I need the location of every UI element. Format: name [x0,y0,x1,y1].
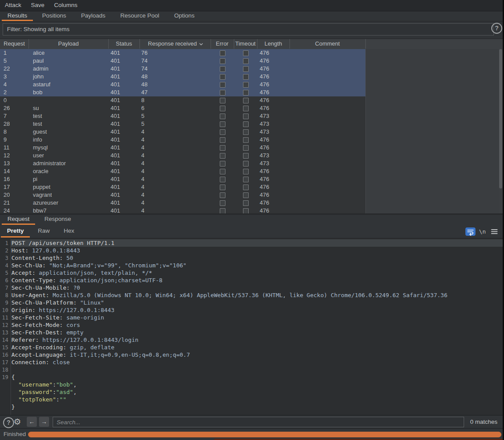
timeout-checkbox[interactable] [243,82,249,88]
table-row[interactable]: 17puppet4014476 [0,183,365,191]
table-row[interactable]: 28test4015473 [0,120,365,128]
table-row[interactable]: 5paul40174476 [0,57,365,65]
column-header-error[interactable]: Error [211,39,234,49]
error-checkbox[interactable] [220,129,225,135]
table-row[interactable]: 22admin40174476 [0,65,365,73]
column-header-comment[interactable]: Comment [290,39,366,49]
timeout-checkbox[interactable] [243,153,249,159]
timeout-checkbox[interactable] [243,74,249,80]
error-checkbox[interactable] [220,153,225,159]
error-checkbox[interactable] [220,200,225,206]
table-scrollbar[interactable] [499,49,503,213]
error-checkbox[interactable] [220,137,225,143]
tab-resource-pool[interactable]: Resource Pool [114,11,165,21]
table-row[interactable]: 20vagrant4014476 [0,191,365,199]
table-row[interactable]: 14oracle4014476 [0,167,365,175]
tab-payloads[interactable]: Payloads [75,11,111,21]
timeout-checkbox[interactable] [243,66,249,72]
column-header-timeout[interactable]: Timeout [234,39,257,49]
error-checkbox[interactable] [220,185,225,190]
timeout-checkbox[interactable] [243,129,249,135]
error-checkbox[interactable] [220,169,225,174]
error-checkbox[interactable] [220,145,225,151]
tab-response[interactable]: Response [39,215,77,225]
filter-help-icon[interactable]: ? [491,23,502,34]
timeout-checkbox[interactable] [243,169,249,174]
request-editor[interactable]: 1POST /api/users/token HTTP/1.12Host: 12… [0,238,503,415]
timeout-checkbox[interactable] [243,90,249,96]
tab-options[interactable]: Options [168,11,200,21]
error-checkbox[interactable] [220,50,225,56]
column-header-status[interactable]: Status [108,39,140,49]
table-row[interactable]: 21azureuser4014476 [0,199,365,207]
table-row[interactable]: 9info4014476 [0,136,365,144]
column-header-response-received[interactable]: Response received [139,39,211,49]
timeout-checkbox[interactable] [243,161,249,167]
timeout-checkbox[interactable] [243,121,249,127]
table-row[interactable]: 11mysql4014476 [0,144,365,152]
error-checkbox[interactable] [220,208,225,213]
timeout-checkbox[interactable] [243,192,249,198]
column-header-payload[interactable]: Payload [29,39,109,49]
menu-item-columns[interactable]: Columns [49,0,82,11]
table-row[interactable]: 8guest4014473 [0,128,365,136]
newline-icon[interactable]: \n [479,227,486,236]
table-row[interactable]: 4astaruf40148476 [0,81,365,89]
table-scrollbar-thumb[interactable] [499,49,502,188]
column-header-length[interactable]: Length [257,39,290,49]
error-checkbox[interactable] [220,58,225,64]
timeout-checkbox[interactable] [243,185,249,190]
timeout-checkbox[interactable] [243,50,249,56]
table-row[interactable]: 24bbw74014476 [0,207,365,213]
menu-item-save[interactable]: Save [26,0,50,11]
error-checkbox[interactable] [220,121,225,127]
table-row[interactable]: 7test4015473 [0,112,365,120]
table-row[interactable]: 16pi4014476 [0,175,365,183]
table-row[interactable]: 1alice40176476 [0,49,365,57]
timeout-checkbox[interactable] [243,177,249,182]
error-checkbox[interactable] [220,161,225,167]
table-row[interactable]: 2bob40147476 [0,89,365,97]
error-checkbox[interactable] [220,90,225,96]
column-header-request[interactable]: Request [0,39,29,49]
timeout-checkbox[interactable] [243,98,249,103]
timeout-checkbox[interactable] [243,145,249,151]
error-checkbox[interactable] [220,98,225,103]
error-checkbox[interactable] [220,74,225,80]
menu-item-attack[interactable]: Attack [0,0,26,11]
table-row[interactable]: 12user4014473 [0,152,365,160]
search-settings-gear-icon[interactable]: ⚙ [14,416,21,428]
timeout-checkbox[interactable] [243,200,249,206]
timeout-checkbox[interactable] [243,208,249,213]
results-table[interactable]: 1alice401764765paul4017447622admin401744… [0,49,499,213]
cell-status: 401 [111,175,120,183]
table-row[interactable]: 26su4016476 [0,104,365,112]
error-checkbox[interactable] [220,192,225,198]
timeout-checkbox[interactable] [243,137,249,143]
error-checkbox[interactable] [220,66,225,72]
search-input[interactable] [53,417,464,427]
table-row[interactable]: 04018476 [0,96,365,104]
table-row[interactable]: 13administrator4014473 [0,160,365,167]
search-next-button[interactable]: → [39,417,49,427]
table-row[interactable]: 3john40148476 [0,73,365,81]
view-tab-hex[interactable]: Hex [57,225,80,238]
search-prev-button[interactable]: ← [27,417,37,427]
filter-summary[interactable]: Filter: Showing all items [3,23,494,35]
search-help-icon[interactable]: ? [3,417,14,428]
error-checkbox[interactable] [220,177,225,182]
tab-results[interactable]: Results [2,11,33,21]
tab-positions[interactable]: Positions [36,11,72,21]
error-checkbox[interactable] [220,82,225,88]
error-checkbox[interactable] [220,114,225,119]
view-tab-raw[interactable]: Raw [32,225,56,238]
tab-request[interactable]: Request [2,215,35,225]
timeout-checkbox[interactable] [243,58,249,64]
error-checkbox[interactable] [220,106,225,111]
timeout-checkbox[interactable] [243,106,249,111]
view-tab-pretty[interactable]: Pretty [1,225,30,238]
word-wrap-icon[interactable] [465,227,475,236]
cell-request: 14 [4,167,10,175]
hamburger-menu-icon[interactable] [491,228,498,236]
timeout-checkbox[interactable] [243,114,249,119]
